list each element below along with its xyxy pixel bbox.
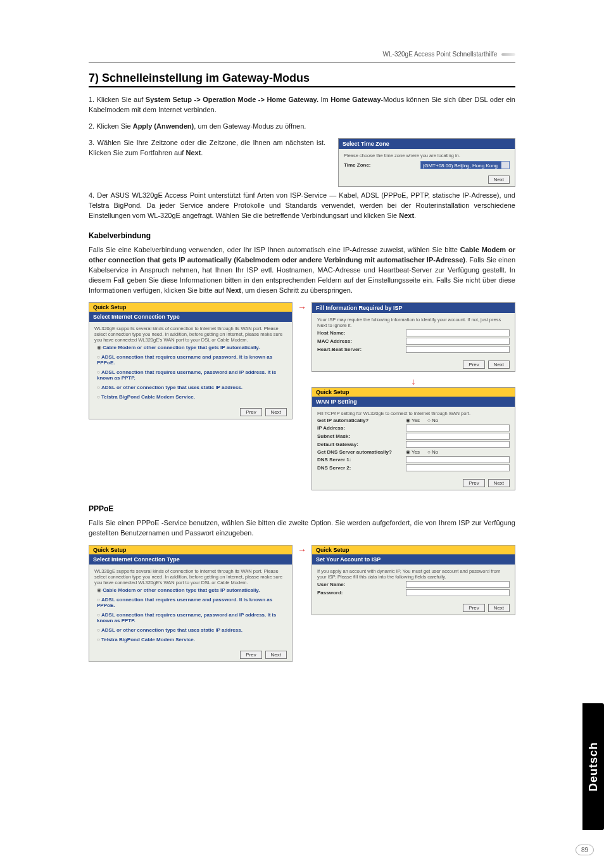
fill-info-note: Your ISP may require the following infor… (317, 317, 510, 328)
hb-label: Heart-Beat Server: (317, 347, 406, 352)
mac-label: MAC Address: (317, 338, 406, 344)
step1-text: 1. Klicken Sie auf System Setup -> Opera… (89, 95, 515, 115)
host-label: Host Name: (317, 330, 406, 336)
arrow-right-icon: → (298, 302, 306, 312)
pass-label: Password: (317, 590, 406, 596)
hb-input[interactable] (406, 346, 510, 353)
tz-label: Time Zone: (344, 162, 420, 168)
arrow-right-icon-2: → (298, 545, 306, 555)
quick-setup-left-panel: Quick Setup Select Internet Connection T… (89, 302, 293, 419)
dns2-label: DNS Server 2: (317, 465, 406, 471)
pppoe-left-desc: WL320gE supports several kinds of connec… (94, 568, 287, 585)
wan-ip-hdr: WAN IP Setting (312, 397, 515, 407)
step4-text: 4. Der ASUS WL320gE Access Point unterst… (89, 191, 515, 221)
dns1-input[interactable] (406, 456, 510, 463)
wan-ip-panel: Quick Setup WAN IP Setting Fill TCP/IP s… (311, 387, 515, 490)
fill-info-prev-button[interactable]: Prev (463, 361, 484, 369)
mac-input[interactable] (406, 338, 510, 345)
select-conn-type-hdr: Select Internet Connection Type (89, 312, 292, 322)
kabel-title: Kabelverbindung (89, 231, 515, 240)
fill-info-next-button[interactable]: Next (488, 361, 510, 369)
step3-text: 3. Wählen Sie Ihre Zeitzone oder die Zei… (89, 138, 325, 158)
header-product-line: WL-320gE Access Point Schnellstarthilfe (89, 51, 515, 63)
user-input[interactable] (406, 581, 510, 588)
pppoe-left-yellow: Quick Setup (89, 546, 292, 554)
wan-ip-next-button[interactable]: Next (488, 479, 510, 487)
pppoe-opt-cable[interactable]: Cable Modem or other connection type tha… (94, 585, 287, 595)
set-account-prev-button[interactable]: Prev (463, 604, 484, 612)
pppoe-left-prev-button[interactable]: Prev (240, 651, 261, 659)
section-title: 7) Schnelleinstellung im Gateway-Modus (89, 72, 515, 87)
opt-bigpond[interactable]: Telstra BigPond Cable Modem Service. (94, 392, 287, 402)
ip-label: IP Address: (317, 425, 406, 431)
tz-select[interactable]: (GMT+08:00) Beijing, Hong Kong (420, 161, 510, 169)
pppoe-para: Falls Sie einen PPPoE -Service benutzen,… (89, 518, 515, 539)
dns1-label: DNS Server 1: (317, 457, 406, 463)
pppoe-opt-bigpond[interactable]: Telstra BigPond Cable Modem Service. (94, 635, 287, 644)
pppoe-opt-pppoe[interactable]: ADSL connection that requires username a… (94, 595, 287, 610)
quick-left-desc: WL320gE supports several kinds of connec… (94, 326, 287, 343)
header-decor-icon (501, 51, 515, 58)
opt-pppoe[interactable]: ADSL connection that requires username a… (94, 352, 287, 367)
quick-left-prev-button[interactable]: Prev (240, 408, 261, 416)
arrow-down-icon: ↓ (412, 376, 416, 386)
pppoe-opt-pptp[interactable]: ADSL connection that requires username, … (94, 610, 287, 625)
pass-input[interactable] (406, 589, 510, 596)
quick-setup-yellow: Quick Setup (89, 303, 292, 312)
set-account-panel: Quick Setup Set Your Account to ISP If y… (311, 545, 515, 615)
getdns-yesno[interactable]: ◉ Yes○ No (406, 449, 446, 455)
pppoe-opt-static[interactable]: ADSL or other connection type that uses … (94, 625, 287, 635)
opt-static-ip[interactable]: ADSL or other connection type that uses … (94, 383, 287, 392)
wan-ip-yellow: Quick Setup (312, 388, 515, 397)
tz-header: Select Time Zone (339, 139, 515, 149)
set-account-next-button[interactable]: Next (488, 604, 510, 612)
fill-info-panel: Fill Information Required by ISP Your IS… (311, 302, 515, 372)
pppoe-left-hdr: Select Internet Connection Type (89, 554, 292, 565)
language-tab: Deutsch (582, 703, 604, 830)
kabel-para: Falls Sie eine Kabelverbindung verwenden… (89, 245, 515, 296)
gw-label: Default Gateway: (317, 442, 406, 447)
wan-ip-note: Fill TCP/IP setting for WL320gE to conne… (317, 411, 510, 416)
host-input[interactable] (406, 329, 510, 336)
user-label: User Name: (317, 582, 406, 587)
getdns-label: Get DNS Server automatically? (317, 449, 406, 455)
fill-info-hdr: Fill Information Required by ISP (312, 303, 515, 313)
tz-note: Please choose the time zone where you ar… (344, 153, 510, 158)
step2-text: 2. Klicken Sie Apply (Anwenden), um den … (89, 122, 515, 132)
quick-left-next-button[interactable]: Next (265, 408, 287, 416)
set-account-yellow: Quick Setup (312, 546, 515, 554)
mask-input[interactable] (406, 433, 510, 440)
pppoe-left-next-button[interactable]: Next (265, 651, 287, 659)
set-account-note: If you apply an account with dynamic IP,… (317, 568, 510, 580)
pppoe-title: PPPoE (89, 504, 515, 513)
getip-yesno[interactable]: ◉ Yes○ No (406, 418, 446, 423)
opt-cable-modem[interactable]: Cable Modem or other connection type tha… (94, 343, 287, 352)
getip-label: Get IP automatically? (317, 418, 406, 423)
opt-pptp[interactable]: ADSL connection that requires username, … (94, 367, 287, 383)
wan-ip-prev-button[interactable]: Prev (463, 479, 484, 487)
select-time-zone-panel: Select Time Zone Please choose the time … (338, 138, 515, 187)
dns2-input[interactable] (406, 464, 510, 471)
page-number: 89 (576, 845, 594, 855)
ip-input[interactable] (406, 424, 510, 431)
tz-next-button[interactable]: Next (488, 176, 510, 184)
product-name: WL-320gE Access Point Schnellstarthilfe (383, 51, 498, 58)
mask-label: Subnet Mask: (317, 433, 406, 439)
pppoe-left-panel: Quick Setup Select Internet Connection T… (89, 545, 293, 662)
set-account-hdr: Set Your Account to ISP (312, 554, 515, 565)
gw-input[interactable] (406, 441, 510, 448)
